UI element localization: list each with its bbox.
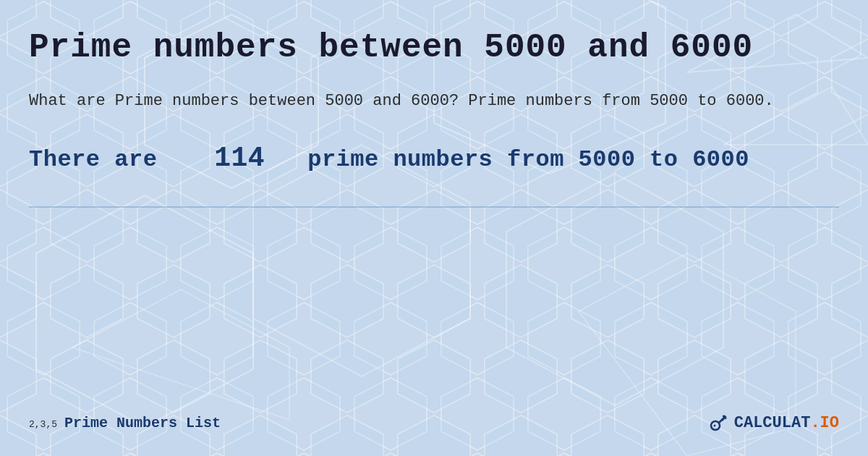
footer-left: 2,3,5 Prime Numbers List — [29, 415, 221, 431]
description-text: What are Prime numbers between 5000 and … — [29, 88, 825, 114]
logo-prefix: CALCULAT — [734, 414, 811, 432]
calculator-icon — [707, 411, 730, 434]
page-title: Prime numbers between 5000 and 6000 — [29, 29, 839, 67]
page-content: Prime numbers between 5000 and 6000 What… — [0, 0, 868, 456]
footer-superscript: 2,3,5 — [29, 420, 57, 429]
result-statement: There are 114 prime numbers from 5000 to… — [29, 143, 839, 174]
logo-text: CALCULAT.IO — [734, 414, 839, 432]
site-logo[interactable]: CALCULAT.IO — [707, 411, 839, 434]
result-prefix: There are — [29, 146, 157, 173]
svg-point-21 — [713, 425, 715, 427]
logo-suffix: .IO — [810, 414, 839, 432]
result-section: There are 114 prime numbers from 5000 to… — [29, 143, 839, 174]
footer: 2,3,5 Prime Numbers List CALCULAT.IO — [29, 411, 839, 442]
result-suffix: prime numbers from 5000 to 6000 — [307, 146, 749, 173]
footer-label: Prime Numbers List — [64, 415, 221, 431]
result-count: 114 — [214, 143, 265, 174]
divider — [29, 206, 839, 208]
